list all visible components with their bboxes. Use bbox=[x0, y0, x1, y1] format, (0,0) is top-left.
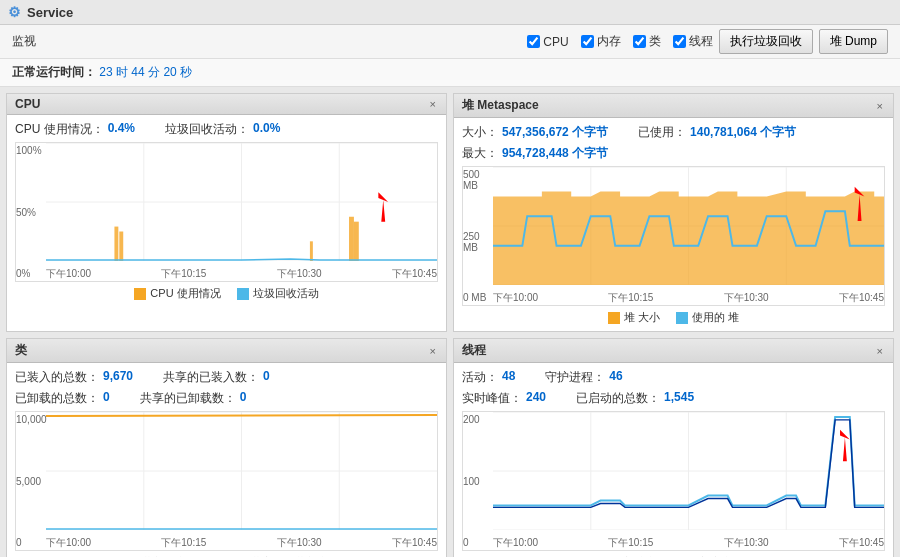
uptime-label: 正常运行时间： bbox=[12, 65, 96, 79]
threads-peak-value: 240 bbox=[526, 390, 546, 407]
heap-panel: 堆 Metaspace × 大小： 547,356,672 个字节 已使用： 1… bbox=[453, 93, 894, 332]
threads-active-stat: 活动： 48 bbox=[462, 369, 515, 386]
classes-panel-header: 类 × bbox=[7, 339, 446, 363]
threads-stats2: 实时峰值： 240 已启动的总数： 1,545 bbox=[462, 390, 885, 407]
heap-panel-title: 堆 Metaspace bbox=[462, 97, 539, 114]
svg-marker-11 bbox=[378, 192, 388, 221]
heap-size-legend-color bbox=[608, 312, 620, 324]
dashboard: CPU × CPU 使用情况： 0.4% 垃圾回收活动： 0.0% 100%50… bbox=[0, 87, 900, 557]
classes-loaded-label: 已装入的总数： bbox=[15, 369, 99, 386]
threads-daemon-label: 守护进程： bbox=[545, 369, 605, 386]
classes-close-button[interactable]: × bbox=[428, 345, 438, 357]
cpu-usage-label: CPU 使用情况： bbox=[15, 121, 104, 138]
gc-legend-label: 垃圾回收活动 bbox=[253, 286, 319, 301]
classes-unloaded-label: 已卸载的总数： bbox=[15, 390, 99, 407]
classes-unloaded-stat: 已卸载的总数： 0 bbox=[15, 390, 110, 407]
threads-daemon-stat: 守护进程： 46 bbox=[545, 369, 622, 386]
threads-peak-label: 实时峰值： bbox=[462, 390, 522, 407]
threads-active-label: 活动： bbox=[462, 369, 498, 386]
threads-close-button[interactable]: × bbox=[875, 345, 885, 357]
toolbar-right: CPU 内存 类 线程 执行垃圾回收 堆 Dump bbox=[527, 29, 888, 54]
classes-loaded-value: 9,670 bbox=[103, 369, 133, 386]
cpu-stats: CPU 使用情况： 0.4% 垃圾回收活动： 0.0% bbox=[15, 121, 438, 138]
cpu-y-axis: 100%50%0% bbox=[16, 143, 46, 281]
heap-used-value: 140,781,064 个字节 bbox=[690, 124, 796, 141]
heap-svg bbox=[493, 167, 884, 285]
title-bar: ⚙ Service bbox=[0, 0, 900, 25]
svg-rect-7 bbox=[119, 232, 123, 262]
cpu-usage-value: 0.4% bbox=[108, 121, 135, 138]
main-toolbar: 监视 CPU 内存 类 线程 执行垃圾回收 堆 Dump bbox=[0, 25, 900, 59]
gc-activity-label: 垃圾回收活动： bbox=[165, 121, 249, 138]
classes-panel: 类 × 已装入的总数： 9,670 共享的已装入数： 0 已卸载的总数： 0 bbox=[6, 338, 447, 557]
classes-stats2: 已卸载的总数： 0 共享的已卸载数： 0 bbox=[15, 390, 438, 407]
heap-size-stat: 大小： 547,356,672 个字节 bbox=[462, 124, 608, 141]
svg-marker-18 bbox=[493, 192, 884, 285]
cpu-legend-color bbox=[134, 288, 146, 300]
classes-shared-label: 共享的已装入数： bbox=[163, 369, 259, 386]
svg-rect-6 bbox=[114, 227, 118, 261]
classes-loaded-stat: 已装入的总数： 9,670 bbox=[15, 369, 133, 386]
heap-stats2: 最大： 954,728,448 个字节 bbox=[462, 145, 885, 162]
heap-dump-button[interactable]: 堆 Dump bbox=[819, 29, 888, 54]
cpu-chart-inner bbox=[46, 143, 437, 261]
cpu-panel-title: CPU bbox=[15, 97, 40, 111]
heap-chart-inner bbox=[493, 167, 884, 285]
checkbox-cpu[interactable]: CPU bbox=[527, 35, 568, 49]
heap-size-value: 547,356,672 个字节 bbox=[502, 124, 608, 141]
classes-shared-unloaded-label: 共享的已卸载数： bbox=[140, 390, 236, 407]
heap-used-label: 已使用： bbox=[638, 124, 686, 141]
heap-legend-used: 使用的 堆 bbox=[676, 310, 739, 325]
svg-marker-32 bbox=[840, 430, 850, 461]
threads-panel-title: 线程 bbox=[462, 342, 486, 359]
cpu-panel-content: CPU 使用情况： 0.4% 垃圾回收活动： 0.0% 100%50%0% bbox=[7, 115, 446, 307]
threads-total-stat: 已启动的总数： 1,545 bbox=[576, 390, 694, 407]
checkboxes: CPU 内存 类 线程 bbox=[527, 33, 712, 50]
heap-chart: 500 MB250 MB0 MB bbox=[462, 166, 885, 306]
cpu-legend-label: CPU 使用情况 bbox=[150, 286, 220, 301]
heap-panel-content: 大小： 547,356,672 个字节 已使用： 140,781,064 个字节… bbox=[454, 118, 893, 331]
classes-unloaded-value: 0 bbox=[103, 390, 110, 407]
heap-size-label: 大小： bbox=[462, 124, 498, 141]
heap-stats: 大小： 547,356,672 个字节 已使用： 140,781,064 个字节 bbox=[462, 124, 885, 141]
classes-chart-inner bbox=[46, 412, 437, 530]
gc-activity-stat: 垃圾回收活动： 0.0% bbox=[165, 121, 280, 138]
classes-svg bbox=[46, 412, 437, 530]
heap-used-legend-color bbox=[676, 312, 688, 324]
app-title: Service bbox=[27, 5, 73, 20]
classes-shared-unloaded-value: 0 bbox=[240, 390, 247, 407]
threads-chart: 2001000 bbox=[462, 411, 885, 551]
heap-used-stat: 已使用： 140,781,064 个字节 bbox=[638, 124, 796, 141]
gc-activity-value: 0.0% bbox=[253, 121, 280, 138]
cpu-chart: 100%50%0% bbox=[15, 142, 438, 282]
threads-active-value: 48 bbox=[502, 369, 515, 386]
cpu-panel-header: CPU × bbox=[7, 94, 446, 115]
classes-y-axis: 10,0005,0000 bbox=[16, 412, 46, 550]
cpu-close-button[interactable]: × bbox=[428, 98, 438, 110]
threads-panel-content: 活动： 48 守护进程： 46 实时峰值： 240 已启动的总数： 1,545 bbox=[454, 363, 893, 557]
heap-used-legend-label: 使用的 堆 bbox=[692, 310, 739, 325]
svg-rect-8 bbox=[310, 241, 313, 261]
gc-button[interactable]: 执行垃圾回收 bbox=[719, 29, 813, 54]
cpu-usage-stat: CPU 使用情况： 0.4% bbox=[15, 121, 135, 138]
uptime-bar: 正常运行时间： 23 时 44 分 20 秒 bbox=[0, 59, 900, 87]
threads-total-label: 已启动的总数： bbox=[576, 390, 660, 407]
heap-close-button[interactable]: × bbox=[875, 100, 885, 112]
cpu-legend: CPU 使用情况 垃圾回收活动 bbox=[15, 286, 438, 301]
threads-peak-stat: 实时峰值： 240 bbox=[462, 390, 546, 407]
heap-max-value: 954,728,448 个字节 bbox=[502, 145, 608, 162]
classes-stats: 已装入的总数： 9,670 共享的已装入数： 0 bbox=[15, 369, 438, 386]
checkbox-class[interactable]: 类 bbox=[633, 33, 661, 50]
heap-size-legend-label: 堆 大小 bbox=[624, 310, 660, 325]
classes-panel-title: 类 bbox=[15, 342, 27, 359]
heap-x-axis: 下午10:00下午10:15下午10:30下午10:45 bbox=[493, 285, 884, 305]
svg-rect-10 bbox=[354, 222, 359, 261]
uptime-value: 23 时 44 分 20 秒 bbox=[99, 65, 192, 79]
threads-svg bbox=[493, 412, 884, 530]
threads-y-axis: 2001000 bbox=[463, 412, 493, 550]
checkbox-mem[interactable]: 内存 bbox=[581, 33, 621, 50]
gc-legend-color bbox=[237, 288, 249, 300]
checkbox-thread[interactable]: 线程 bbox=[673, 33, 713, 50]
heap-legend: 堆 大小 使用的 堆 bbox=[462, 310, 885, 325]
threads-stats: 活动： 48 守护进程： 46 bbox=[462, 369, 885, 386]
